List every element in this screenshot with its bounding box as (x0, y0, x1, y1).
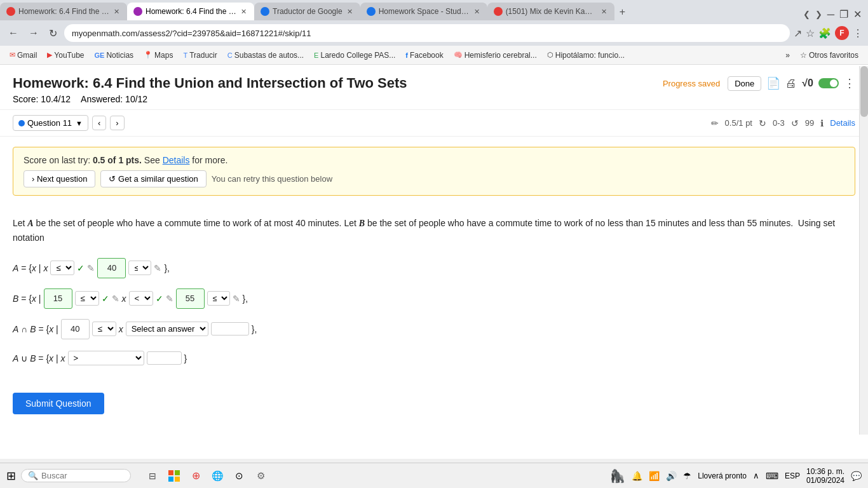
bookmark-youtube[interactable]: ▶ YouTube (43, 50, 88, 61)
share-icon: ↗ (794, 27, 802, 39)
facebook-icon: f (405, 51, 408, 59)
set-b-edit2[interactable]: ✎ (166, 290, 173, 308)
set-a-edit1[interactable]: ✎ (87, 259, 95, 277)
options-menu-icon[interactable]: ⋮ (844, 76, 855, 90)
forward-button[interactable]: → (25, 26, 42, 40)
repeat-icon: ↺ (791, 118, 799, 128)
close-button[interactable]: ✕ (853, 8, 862, 20)
score-bold: 0.5 of 1 pts. (93, 155, 142, 165)
print-icon[interactable]: 🖨 (785, 77, 797, 90)
score-try-text: Score on last try: (24, 155, 93, 165)
set-b-select2[interactable]: < ≤ ≥ > (129, 291, 153, 306)
set-intersection-value1: 40 (61, 319, 90, 339)
document-icon[interactable]: 📄 (766, 76, 780, 90)
done-button[interactable]: Done (728, 76, 761, 91)
set-intersection-select2[interactable]: Select an answer ≤ < ≥ > (126, 322, 208, 336)
set-b-edit1[interactable]: ✎ (112, 290, 119, 308)
menu-icon[interactable]: ⋮ (853, 27, 863, 39)
tab-4-close[interactable]: ✕ (473, 6, 481, 17)
bookmark-gmail[interactable]: ✉ Gmail (5, 50, 41, 61)
bookmark-noticias[interactable]: GE Noticias (90, 50, 139, 61)
hipotalamo-icon: ⬡ (547, 51, 553, 59)
scrollbar-track[interactable] (859, 66, 868, 435)
set-b-edit3[interactable]: ✎ (233, 290, 240, 308)
info-box: Score on last try: 0.5 of 1 pts. See Det… (13, 147, 855, 196)
submit-question-button[interactable]: Submit Question (13, 393, 104, 414)
tab-2[interactable]: Homework: 6.4 Find the Unic ✕ (127, 3, 254, 20)
set-union-suffix: } (184, 349, 187, 367)
set-b-prefix: B = {x | (13, 290, 41, 308)
tab-scroll-left[interactable]: ❮ (803, 10, 810, 19)
minimize-button[interactable]: ─ (827, 9, 834, 20)
tab-1-close[interactable]: ✕ (112, 6, 121, 17)
set-union-select1[interactable]: > ≤ < ≥ (68, 351, 144, 365)
question-selector[interactable]: Question 11 ▼ (13, 115, 88, 131)
set-a-line: A = {x | x ≤ < ≥ > ✓ ✎ 40 ≤ < ≥ > ✎ }, (13, 258, 855, 278)
tab-5-title: (1501) Mix de Kevin Kaarl || k (506, 7, 597, 16)
set-union-line: A ∪ B = {x | x > ≤ < ≥ } (13, 349, 855, 367)
tab-scroll-right[interactable]: ❯ (815, 10, 822, 19)
set-intersection-prefix: A ∩ B = {x | (13, 320, 58, 338)
tab-3-close[interactable]: ✕ (346, 6, 354, 17)
similar-question-btn[interactable]: ↺ Get a similar question (100, 170, 206, 187)
tab-2-close[interactable]: ✕ (240, 6, 248, 17)
toggle-icon[interactable] (818, 78, 839, 88)
otros-icon: ☆ (800, 51, 807, 60)
bookmark-traducir[interactable]: T Traducir (179, 50, 221, 61)
hemisferio-icon: 🧠 (454, 51, 463, 59)
new-tab-button[interactable]: + (614, 4, 630, 20)
set-b-select3[interactable]: ≤ < ≥ > (207, 291, 230, 306)
set-a-select2[interactable]: ≤ < ≥ > (128, 261, 151, 275)
set-a-select1[interactable]: ≤ < ≥ > (50, 261, 74, 275)
details-link-box[interactable]: Details (163, 155, 190, 165)
tab-3[interactable]: Traductor de Google ✕ (254, 3, 360, 20)
bookmark-hemisferio[interactable]: 🧠 Hemisferio cerebral... (449, 50, 541, 61)
laredo-icon: E (314, 51, 318, 59)
next-question-btn[interactable]: › Next question (24, 170, 95, 187)
tab-5[interactable]: (1501) Mix de Kevin Kaarl || k ✕ (487, 3, 614, 20)
bookmark-laredo[interactable]: E Laredo College PAS... (309, 50, 400, 61)
q-var-B: B (359, 219, 365, 228)
maps-icon: 📍 (144, 51, 153, 59)
set-b-select1[interactable]: ≤ < ≥ > (75, 291, 99, 306)
maximize-button[interactable]: ❐ (839, 8, 848, 20)
bookmark-more[interactable]: » (781, 50, 794, 61)
retry-label: 0-3 (773, 118, 785, 128)
set-intersection-input[interactable] (211, 322, 249, 336)
bookmark-facebook[interactable]: f Facebook (401, 50, 447, 61)
progress-saved-label: Progress saved (663, 79, 720, 88)
more-bookmarks-icon: » (785, 51, 790, 60)
set-a-suffix: }, (164, 259, 170, 277)
question-dot (18, 120, 25, 126)
prev-question-button[interactable]: ‹ (92, 116, 106, 130)
back-button[interactable]: ← (5, 26, 22, 40)
set-union-prefix: A ∪ B = {x | x (13, 349, 65, 367)
bookmark-hipotalamo[interactable]: ⬡ Hipotálamo: funcio... (543, 50, 629, 61)
address-input[interactable] (64, 24, 790, 42)
profile-icon[interactable]: F (835, 26, 849, 40)
reload-button[interactable]: ↻ (46, 26, 60, 41)
question-label: Question 11 (27, 118, 72, 128)
next-question-button[interactable]: › (110, 116, 124, 130)
bookmark-otros[interactable]: ☆ Otros favoritos (796, 50, 863, 61)
set-a-edit2[interactable]: ✎ (154, 259, 161, 277)
set-intersection-x: x (119, 320, 123, 338)
question-text: Let A be the set of people who have a co… (13, 216, 855, 245)
bookmark-maps[interactable]: 📍 Maps (139, 50, 177, 61)
extensions-icon[interactable]: 🧩 (818, 27, 831, 39)
tab-4[interactable]: Homework Space - StudyX ✕ (360, 3, 487, 20)
set-union-input[interactable] (147, 351, 182, 365)
tab-4-title: Homework Space - StudyX (379, 7, 470, 16)
q-text-part1: Let (13, 218, 27, 228)
details-link[interactable]: Details (830, 118, 855, 128)
q-var-A: A (27, 219, 33, 228)
set-intersection-select1[interactable]: ≤ < ≥ > (92, 322, 116, 336)
tab-5-close[interactable]: ✕ (600, 6, 608, 17)
tab-3-title: Traductor de Google (273, 7, 342, 16)
scrollbar-thumb[interactable] (860, 66, 868, 117)
youtube-icon: ▶ (47, 51, 52, 59)
set-b-value1: 15 (44, 288, 72, 309)
bookmark-star-icon[interactable]: ☆ (806, 27, 815, 39)
bookmark-subastas[interactable]: C Subastas de autos... (223, 50, 308, 61)
tab-1[interactable]: Homework: 6.4 Find the Unic ✕ (0, 3, 127, 20)
